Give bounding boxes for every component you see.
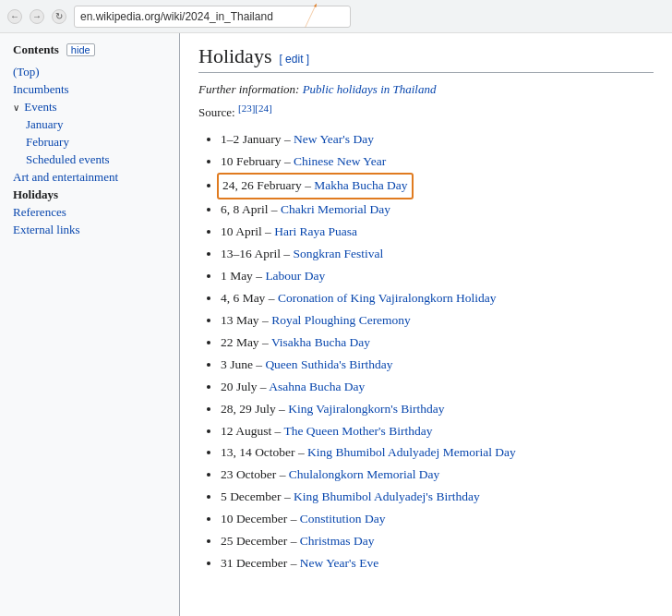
sidebar-link-february[interactable]: February — [26, 135, 69, 149]
page-wrapper: ← → ↻ en.wikipedia.org/wiki/2024_in_Thai… — [0, 0, 672, 616]
holiday-link[interactable]: New Year's Eve — [300, 556, 378, 570]
holiday-list-item: 10 February – Chinese New Year — [221, 151, 654, 173]
sidebar-nav: (Top) Incumbents ∨ Events January Februa… — [13, 65, 170, 237]
holiday-link[interactable]: Visakha Bucha Day — [271, 335, 370, 349]
sidebar-item-references[interactable]: References — [13, 205, 170, 220]
highlighted-holiday: 24, 26 February – Makha Bucha Day — [217, 173, 414, 199]
hide-button[interactable]: hide — [66, 43, 95, 56]
holiday-link[interactable]: King Bhumibol Adulyadej Memorial Day — [307, 445, 516, 459]
holiday-link[interactable]: Asahna Bucha Day — [269, 380, 365, 393]
holiday-list-item: 1 May – Labour Day — [221, 266, 654, 287]
holiday-list-item: 22 May – Visakha Bucha Day — [221, 332, 654, 354]
back-button[interactable]: ← — [7, 9, 22, 24]
holiday-list-item: 24, 26 February – Makha Bucha Day — [221, 174, 654, 199]
sidebar-item-scheduled[interactable]: Scheduled events — [13, 152, 170, 167]
further-info-link[interactable]: Public holidays in Thailand — [303, 82, 437, 96]
holiday-list-item: 1–2 January – New Year's Day — [221, 129, 654, 151]
further-info-prefix: Further information: — [198, 82, 299, 96]
holiday-link[interactable]: The Queen Mother's Birthday — [283, 424, 432, 438]
holiday-link[interactable]: Hari Raya Puasa — [274, 224, 357, 238]
holiday-link[interactable]: Christmas Day — [300, 534, 375, 548]
holiday-list-item: 4, 6 May – Coronation of King Vajiralong… — [221, 288, 654, 309]
page-layout: Contents hide (Top) Incumbents ∨ Events … — [0, 33, 672, 616]
holiday-list-item: 10 December – Constitution Day — [221, 509, 654, 530]
sidebar-item-holidays[interactable]: Holidays — [13, 187, 170, 202]
source-sup-24: [24] — [255, 103, 271, 114]
sidebar-item-external[interactable]: External links — [13, 223, 170, 237]
holiday-list-item: 13, 14 October – King Bhumibol Adulyadej… — [221, 442, 654, 464]
sidebar-link-top[interactable]: (Top) — [13, 65, 40, 79]
sidebar-link-scheduled[interactable]: Scheduled events — [26, 152, 110, 166]
sidebar-link-art[interactable]: Art and entertainment — [13, 170, 118, 184]
section-title-text: Holidays — [198, 44, 271, 68]
sidebar-header: Contents hide — [13, 42, 170, 57]
holiday-list-item: 12 August – The Queen Mother's Birthday — [221, 421, 654, 442]
forward-button[interactable]: → — [30, 9, 44, 24]
refresh-button[interactable]: ↻ — [52, 9, 66, 24]
holiday-list-item: 23 October – Chulalongkorn Memorial Day — [221, 465, 654, 486]
ref-23-link[interactable]: [23] — [238, 103, 255, 114]
holiday-list-item: 13–16 April – Songkran Festival — [221, 244, 654, 265]
sidebar-link-references[interactable]: References — [13, 205, 66, 219]
sidebar-item-incumbents[interactable]: Incumbents — [13, 82, 170, 97]
sidebar-item-art[interactable]: Art and entertainment — [13, 170, 170, 185]
holiday-list-item: 5 December – King Bhumibol Adulyadej's B… — [221, 487, 654, 508]
section-heading: Holidays [ edit ] — [198, 44, 654, 73]
sidebar-item-january[interactable]: January — [13, 117, 170, 132]
holiday-list-item: 6, 8 April – Chakri Memorial Day — [221, 199, 654, 221]
sidebar-link-incumbents[interactable]: Incumbents — [13, 82, 69, 96]
holiday-link[interactable]: Chinese New Year — [294, 154, 386, 168]
sidebar-link-events[interactable]: Events — [24, 100, 56, 114]
holiday-link[interactable]: Royal Ploughing Ceremony — [271, 313, 411, 327]
holiday-link[interactable]: King Vajiralongkorn's Birthday — [288, 402, 444, 416]
edit-anchor[interactable]: [ edit ] — [279, 53, 309, 66]
holiday-list-item: 20 July – Asahna Bucha Day — [221, 377, 654, 398]
holiday-list-item: 13 May – Royal Ploughing Ceremony — [221, 310, 654, 332]
holiday-list-item: 28, 29 July – King Vajiralongkorn's Birt… — [221, 399, 654, 420]
holiday-link[interactable]: King Bhumibol Adulyadej's Birthday — [294, 489, 480, 503]
holiday-link[interactable]: Constitution Day — [300, 512, 386, 525]
holiday-list-item: 25 December – Christmas Day — [221, 531, 654, 552]
source-sup-23: [23] — [238, 103, 255, 114]
holiday-link[interactable]: Labour Day — [265, 269, 325, 283]
holiday-list: 1–2 January – New Year's Day10 February … — [198, 129, 654, 574]
sidebar-item-february[interactable]: February — [13, 135, 170, 150]
sidebar-item-top[interactable]: (Top) — [13, 65, 170, 79]
holiday-link[interactable]: Songkran Festival — [293, 247, 383, 260]
holiday-list-item: 31 December – New Year's Eve — [221, 553, 654, 574]
holiday-list-item: 3 June – Queen Suthida's Birthday — [221, 355, 654, 376]
holiday-link[interactable]: Makha Bucha Day — [314, 178, 407, 192]
main-content: Holidays [ edit ] Further information: P… — [180, 33, 672, 616]
sidebar-link-january[interactable]: January — [26, 117, 63, 131]
sidebar: Contents hide (Top) Incumbents ∨ Events … — [0, 33, 180, 616]
holiday-link[interactable]: Coronation of King Vajiralongkorn Holida… — [278, 291, 497, 305]
holiday-link[interactable]: Queen Suthida's Birthday — [265, 357, 392, 371]
sidebar-link-external[interactable]: External links — [13, 223, 80, 236]
contents-title: Contents — [13, 42, 59, 57]
sidebar-active-label: Holidays — [13, 187, 58, 201]
source-ref: Source: [23][24] — [198, 103, 654, 120]
holiday-link[interactable]: Chulalongkorn Memorial Day — [289, 467, 439, 481]
edit-link[interactable]: [ edit ] — [279, 53, 309, 66]
holiday-link[interactable]: Chakri Memorial Day — [281, 202, 390, 216]
source-label: Source: — [198, 105, 235, 119]
address-bar[interactable]: en.wikipedia.org/wiki/2024_in_Thailand — [74, 6, 351, 28]
ref-24-link[interactable]: [24] — [255, 103, 271, 114]
url-text: en.wikipedia.org/wiki/2024_in_Thailand — [80, 10, 273, 23]
chevron-icon: ∨ — [13, 103, 19, 113]
browser-bar: ← → ↻ en.wikipedia.org/wiki/2024_in_Thai… — [0, 0, 672, 33]
further-info: Further information: Public holidays in … — [198, 82, 654, 97]
holiday-list-item: 10 April – Hari Raya Puasa — [221, 222, 654, 243]
sidebar-item-events[interactable]: ∨ Events — [13, 100, 170, 115]
holiday-link[interactable]: New Year's Day — [294, 132, 374, 146]
